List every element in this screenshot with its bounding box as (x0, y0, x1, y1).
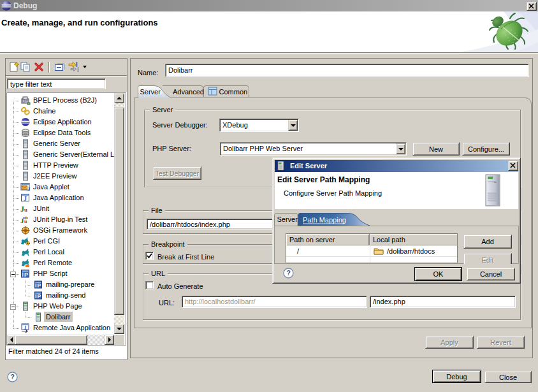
svg-text:Common: Common (219, 88, 248, 96)
svg-text:?: ? (10, 373, 15, 381)
svg-text:Path Mapping: Path Mapping (303, 216, 346, 224)
svg-text:Server: Server (277, 215, 298, 223)
svg-text:Server: Server (140, 88, 161, 96)
svg-text:?: ? (286, 269, 291, 277)
svg-text:Advanced: Advanced (173, 88, 204, 96)
